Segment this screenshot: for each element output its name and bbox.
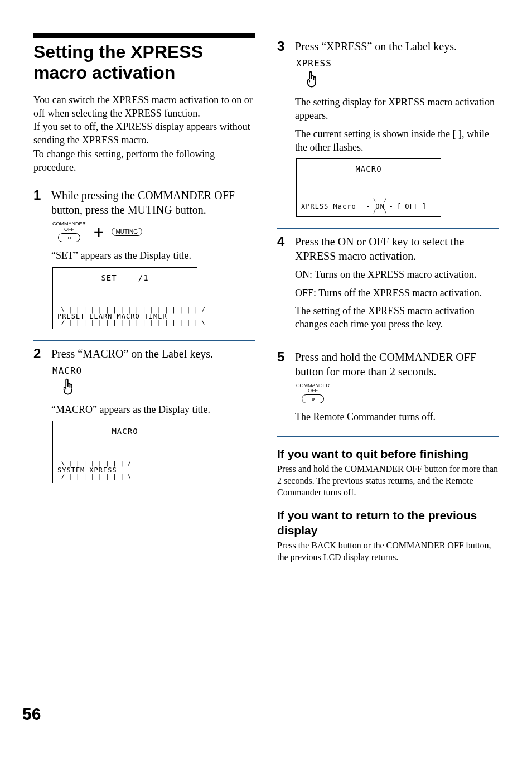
page-title: Setting the XPRESS macro activation <box>33 42 255 83</box>
lcd-display-xpress-macro: MACRO XPRESS Macro \ | / - ON - / | \ [ … <box>296 158 441 217</box>
step-5: 5 Press and hold the COMMANDER OFF butto… <box>277 350 499 428</box>
label-key-text: MACRO <box>52 365 82 376</box>
lcd-display-set: SET /1 \ | | | | | | | | | | | | | | | |… <box>52 267 197 329</box>
step-3: 3 Press “XPRESS” on the Label keys. XPRE… <box>277 39 499 220</box>
step-divider <box>33 182 255 182</box>
lcd-title-set: SET <box>101 273 117 282</box>
step-4-instruction: Press the ON or OFF key to select the XP… <box>295 234 499 263</box>
step-number: 2 <box>33 346 46 486</box>
button-combo-graphic: COMMANDER OFF + MUTING <box>52 221 255 242</box>
step-2-instruction: Press “MACRO” on the Label keys. <box>51 346 255 361</box>
label-key-xpress: XPRESS <box>296 58 499 90</box>
muting-button-graphic: MUTING <box>112 228 142 236</box>
bracket-open: [ <box>397 202 402 210</box>
right-column: 3 Press “XPRESS” on the Label keys. XPRE… <box>277 33 499 563</box>
lcd-display-macro: MACRO \ | | | | | | | | / SYSTEM XPRESS … <box>52 421 197 483</box>
lcd-title-slash1: /1 <box>138 273 149 282</box>
lcd-ticks-bottom: / | | | | | | | | \ <box>57 475 192 479</box>
step-number: 5 <box>277 350 289 428</box>
flash-icon: / | \ <box>373 210 386 214</box>
return-body: Press the BACK button or the COMMANDER O… <box>277 540 499 563</box>
quit-body: Press and hold the COMMANDER OFF button … <box>277 464 499 498</box>
return-heading: If you want to return to the previous di… <box>277 508 499 538</box>
label-key-text: XPRESS <box>296 58 332 69</box>
step-1: 1 While pressing the COMMANDER OFF butto… <box>33 188 255 332</box>
step-2-result: “MACRO” appears as the Display title. <box>51 403 255 416</box>
step-4-off-desc: OFF: Turns off the XPRESS macro activati… <box>295 286 499 300</box>
bracket-close: ] <box>422 202 427 210</box>
lcd-row-label: XPRESS Macro <box>301 202 356 210</box>
commander-off-button-graphic: COMMANDER OFF <box>52 221 86 242</box>
step-number: 3 <box>277 39 289 220</box>
lcd-ticks-bottom: / | | | | | | | | | | | | | | | | | | \ <box>57 321 192 325</box>
step-number: 4 <box>277 234 289 335</box>
step-4-note: The setting of the XPRESS macro activati… <box>295 304 499 331</box>
quit-heading: If you want to quit before finishing <box>277 447 499 461</box>
commander-off-button-graphic: COMMANDER OFF <box>296 383 330 404</box>
step-divider <box>277 228 499 229</box>
step-5-result: The Remote Commander turns off. <box>295 410 499 423</box>
step-number: 1 <box>33 188 46 332</box>
commander-off-graphic: COMMANDER OFF <box>296 383 499 404</box>
step-3-instruction: Press “XPRESS” on the Label keys. <box>295 39 499 54</box>
lcd-title-macro: MACRO <box>57 427 192 436</box>
return-section: If you want to return to the previous di… <box>277 508 499 563</box>
left-column: Setting the XPRESS macro activation You … <box>33 33 255 563</box>
step-3-result-2: The current setting is shown inside the … <box>295 127 499 155</box>
off-label: OFF <box>64 227 74 232</box>
page-number: 56 <box>22 705 41 724</box>
step-2: 2 Press “MACRO” on the Label keys. MACRO… <box>33 346 255 486</box>
lcd-title: MACRO <box>301 165 436 173</box>
step-divider <box>277 436 499 437</box>
title-rule <box>33 33 255 38</box>
off-label: OFF <box>308 388 318 393</box>
label-key-macro: MACRO <box>52 365 255 397</box>
lcd-ticks-top: \ | | | | | | | | / <box>57 461 192 466</box>
step-divider <box>33 340 255 341</box>
pill-icon <box>302 394 324 403</box>
intro-paragraph: You can switch the XPRESS macro activati… <box>33 93 255 175</box>
step-1-instruction: While pressing the COMMANDER OFF button,… <box>51 188 255 217</box>
off-option: OFF <box>405 202 419 210</box>
step-1-result: “SET” appears as the Display title. <box>51 249 255 262</box>
lcd-ticks-top: \ | | | | | | | | | | | | | | | | | | / <box>57 308 192 312</box>
step-divider <box>277 344 499 344</box>
pill-icon <box>58 233 80 242</box>
step-3-result-1: The setting display for XPRESS macro act… <box>295 95 499 123</box>
step-4-on-desc: ON: Turns on the XPRESS macro activation… <box>295 268 499 281</box>
step-4: 4 Press the ON or OFF key to select the … <box>277 234 499 335</box>
plus-icon: + <box>94 224 104 240</box>
hand-press-icon <box>301 70 321 90</box>
hand-press-icon <box>57 377 77 397</box>
step-5-instruction: Press and hold the COMMANDER OFF button … <box>295 350 499 379</box>
quit-section: If you want to quit before finishing Pre… <box>277 447 499 499</box>
